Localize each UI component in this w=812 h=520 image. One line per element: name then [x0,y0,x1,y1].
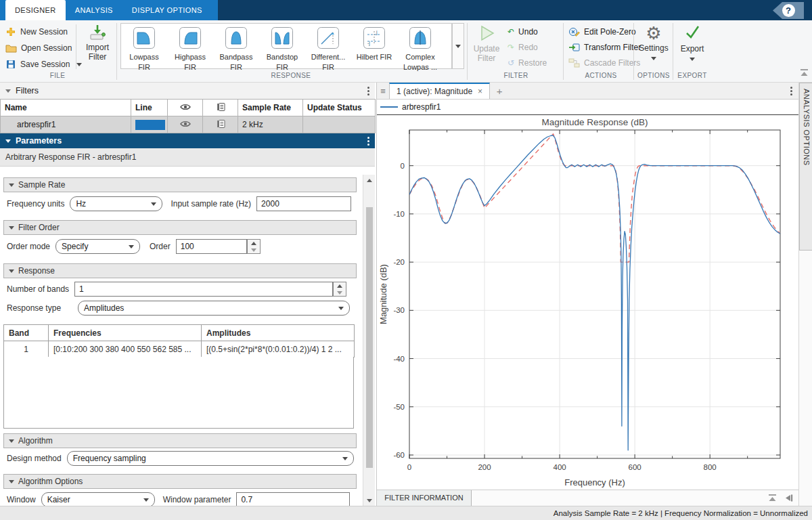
tab-designer[interactable]: DESIGNER [5,0,66,20]
bandpass-fir-button[interactable]: Bandpass FIR [213,24,259,68]
new-session-button[interactable]: New Session [5,24,68,39]
minimize-panel-icon[interactable] [767,494,777,502]
band-table-row[interactable]: 1 [0:10:200 300 380 400 550 562 585 ... … [4,341,355,358]
filters-section-header[interactable]: Filters [0,83,375,99]
file-group-divider [76,24,76,69]
hilbert-fir-button[interactable]: j-j Hilbert FIR [351,24,397,68]
order-mode-dropdown[interactable]: Specify [55,239,140,254]
col-sample-rate[interactable]: Sample Rate [238,100,303,116]
order-field[interactable]: 100 [176,239,247,254]
differentiator-fir-button[interactable]: Different... FIR [305,24,351,68]
filter-name-cell[interactable]: arbrespfir1 [1,116,131,133]
window-parameter-label: Window parameter [163,495,231,504]
update-filter-button[interactable]: Update Filter [470,24,503,63]
report-icon [215,119,225,129]
line-color-swatch[interactable] [135,120,165,130]
input-sample-rate-field[interactable]: 2000 [256,196,351,211]
group-separator [467,23,468,80]
svg-text:-40: -40 [393,355,405,363]
close-tab-icon[interactable]: × [478,87,482,96]
drag-handle-icon[interactable]: ≡ [377,83,389,99]
cascade-filters-button[interactable]: Cascade Filters [568,56,640,70]
plot-menu-icon[interactable] [790,83,792,99]
window-dropdown[interactable]: Kaiser [41,492,155,506]
right-rail: ANALYSIS OPTIONS [798,83,812,506]
band-cell[interactable]: 1 [4,341,49,358]
response-type-dropdown[interactable]: Amplitudes [78,301,350,316]
scroll-down-button[interactable] [363,495,376,506]
svg-text:Frequency (Hz): Frequency (Hz) [564,477,625,488]
col-info[interactable] [203,100,238,116]
lowpass-fir-button[interactable]: Lowpass FIR [121,24,167,68]
magnitude-response-figure[interactable]: 02004006008000-10-20-30-40-50-60Magnitud… [377,115,799,490]
col-line[interactable]: Line [131,100,168,116]
col-update-status[interactable]: Update Status [303,100,376,116]
number-of-bands-field[interactable]: 1 [74,282,333,297]
analysis-options-tab[interactable]: ANALYSIS OPTIONS [799,83,812,251]
sample-rate-section-header[interactable]: Sample Rate [3,177,357,192]
tab-display-options[interactable]: DISPLAY OPTIONS [122,0,212,20]
scrollbar-thumb[interactable] [366,207,373,468]
edit-pole-zero-button[interactable]: Edit Pole-Zero [568,24,636,39]
undo-button[interactable]: ↶ Undo [508,24,538,39]
redo-button[interactable]: ↷ Redo [508,40,538,55]
col-frequencies: Frequencies [49,325,202,341]
col-amplitudes: Amplitudes [202,325,355,341]
col-name[interactable]: Name [1,100,131,116]
magnitude-plot-tab[interactable]: 1 (active): Magnitude × [389,83,490,99]
filter-table-row[interactable]: arbrespfir1 2 kHz [1,116,376,133]
amplitudes-cell[interactable]: [(0.5+sin(2*pi*8*(0:0.01:0.2))/4) 1 2 ..… [202,341,355,358]
number-of-bands-stepper[interactable] [333,282,346,297]
frequency-units-dropdown[interactable]: Hz [70,196,162,211]
parameters-scrollbar[interactable] [363,175,375,506]
complex-lowpass-button[interactable]: Complex Lowpas ... [397,24,443,68]
group-separator [116,23,117,80]
transform-filter-button[interactable]: Transform Filter [568,40,641,55]
filter-order-section-header[interactable]: Filter Order [3,220,357,235]
new-plot-tab-button[interactable]: + [490,83,509,99]
algorithm-options-section-header[interactable]: Algorithm Options [3,474,357,489]
restore-button[interactable]: ↺ Restore [508,56,547,70]
filter-information-tab[interactable]: FILTER INFORMATION [377,490,472,506]
filters-menu-icon[interactable] [367,87,369,95]
help-button[interactable]: ? [773,2,804,19]
dock-left-icon[interactable] [784,494,794,502]
filter-visibility-cell[interactable] [168,116,203,133]
filter-info-cell[interactable] [203,116,238,133]
svg-text:Magnitude Response (dB): Magnitude Response (dB) [542,117,648,127]
gallery-expand-button[interactable] [452,23,464,69]
collapse-ribbon-button[interactable] [799,68,809,79]
window-label: Window [7,495,36,504]
save-session-dropdown-icon[interactable] [76,63,82,66]
save-session-button[interactable]: Save Session [5,57,82,72]
parameters-menu-icon[interactable] [367,137,369,146]
ribbon: New Session Open Session Save Session Im… [0,20,812,83]
group-separator [633,23,634,80]
bandstop-fir-button[interactable]: Bandstop FIR [259,24,305,68]
frequencies-cell[interactable]: [0:10:200 300 380 400 550 562 585 ... [49,341,202,358]
col-visibility[interactable] [168,100,203,116]
sample-rate-row: Frequency units Hz Input sample rate (Hz… [7,196,351,211]
file-group-label: FILE [14,72,102,81]
collapse-triangle-icon [9,269,14,273]
parameters-section-header[interactable]: Parameters [0,133,375,148]
highpass-fir-button[interactable]: Highpass FIR [167,24,213,68]
complex-lowpass-icon [409,26,432,49]
tab-analysis[interactable]: ANALYSIS [66,0,122,20]
export-button[interactable]: Export [675,23,709,63]
settings-button[interactable]: ⚙ Settings [636,23,671,62]
response-section-header[interactable]: Response [3,263,357,278]
order-stepper[interactable] [247,239,261,254]
import-filter-button[interactable]: Import Filter [80,24,115,62]
collapse-triangle-icon [5,139,11,143]
order-label: Order [150,242,171,251]
filter-line-cell[interactable] [131,116,168,133]
open-session-button[interactable]: Open Session [5,41,72,56]
window-parameter-field[interactable]: 0.7 [236,492,350,506]
design-method-dropdown[interactable]: Frequency sampling [67,451,354,466]
algorithm-section-header[interactable]: Algorithm [3,433,357,448]
scroll-up-button[interactable] [363,175,376,186]
response-type-label: Response type [7,303,72,313]
magnitude-chart-svg[interactable]: 02004006008000-10-20-30-40-50-60Magnitud… [377,115,799,490]
filter-update-status-cell [303,116,376,133]
